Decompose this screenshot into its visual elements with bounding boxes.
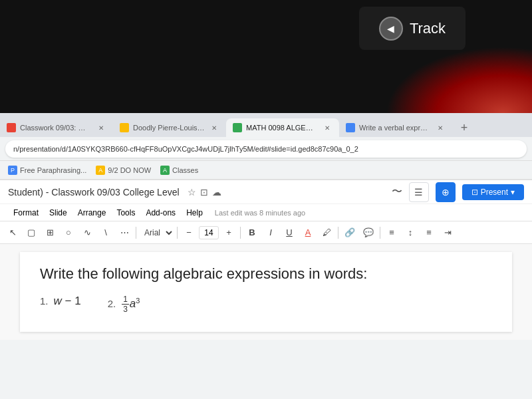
new-tab-button[interactable]: + — [455, 118, 473, 137]
underline-button[interactable]: U — [281, 224, 298, 241]
bold-button[interactable]: B — [243, 224, 261, 241]
cursor-tool[interactable]: ↖ — [4, 224, 21, 241]
menu-help[interactable]: Help — [181, 206, 208, 219]
browser-chrome: Classwork 09/03: Writing Exp... ✕ Doodly… — [0, 113, 532, 399]
format-toolbar: ↖ ▢ ⊞ ○ ∿ \ ⋯ Arial − + B I U A 🖊 🔗 💬 — [0, 221, 532, 244]
folder-icon[interactable]: ⊡ — [200, 187, 208, 198]
line-spacing-button[interactable]: ↕ — [402, 224, 419, 241]
variable-a: a — [130, 297, 136, 310]
cloud-icon[interactable]: ☁ — [212, 187, 221, 198]
tab-title-math: MATH 0098 ALGEBRAIC EXPR... — [246, 124, 318, 132]
tab-close-verbal[interactable]: ✕ — [435, 122, 446, 133]
present-label: Present — [481, 188, 508, 197]
comment-button[interactable]: 💬 — [360, 224, 377, 241]
tab-doodly[interactable]: Doodly Pierre-Louis (Student) ✕ — [113, 118, 226, 137]
list-button[interactable]: ≡ — [420, 224, 438, 241]
item-number-2: 2. — [108, 298, 116, 309]
tab-favicon-verbal — [346, 123, 355, 132]
tab-close-math[interactable]: ✕ — [322, 122, 332, 133]
bookmarks-bar: P Free Paraphrasing... A 9/2 DO NOW A Cl… — [0, 161, 532, 180]
align-button[interactable]: ≡ — [383, 224, 400, 241]
bookmark-paraphrasing[interactable]: P Free Paraphrasing... — [8, 166, 86, 175]
slide-canvas: Write the following algebraic expression… — [20, 252, 512, 332]
bookmark-classes[interactable]: A Classes — [160, 166, 198, 175]
bookmark-label-classes: Classes — [172, 166, 198, 174]
menu-slide[interactable]: Slide — [44, 206, 72, 219]
font-size-increase[interactable]: + — [220, 224, 237, 241]
top-area: ◀ Track — [0, 0, 532, 113]
tab-favicon-classwork — [7, 123, 16, 132]
slide-area: Write the following algebraic expression… — [0, 244, 532, 340]
layout-tool[interactable]: ⊞ — [41, 224, 59, 241]
slides-right-actions: 〜 ☰ ⊕ ⊡ Present ▾ — [392, 182, 524, 202]
tabs-bar: Classwork 09/03: Writing Exp... ✕ Doodly… — [0, 113, 532, 137]
analytics-icon[interactable]: 〜 — [392, 185, 402, 199]
fraction-numerator: 1 — [122, 295, 129, 305]
tab-classwork[interactable]: Classwork 09/03: Writing Exp... ✕ — [0, 118, 113, 137]
font-selector[interactable]: Arial — [139, 226, 174, 239]
exponent-3: 3 — [136, 297, 140, 305]
frame-tool[interactable]: ▢ — [23, 224, 40, 241]
track-back-icon: ◀ — [379, 17, 403, 41]
tab-title-verbal: Write a verbal expression for... — [359, 124, 431, 132]
item-expression-2: 1 3 a3 — [121, 295, 140, 315]
menu-addons[interactable]: Add-ons — [140, 206, 181, 219]
tab-favicon-doodly — [120, 123, 129, 132]
toolbar-sep-3 — [240, 227, 241, 239]
present-dropdown-icon: ▾ — [511, 188, 515, 197]
line-tool[interactable]: \ — [97, 224, 114, 241]
bookmark-icon-donow: A — [96, 166, 105, 175]
fraction-denominator: 3 — [122, 305, 129, 314]
more-tool[interactable]: ⋯ — [116, 224, 133, 241]
tab-title-classwork: Classwork 09/03: Writing Exp... — [20, 124, 92, 132]
slide-item-1: 1. w − 1 — [40, 295, 81, 308]
bookmark-donow[interactable]: A 9/2 DO NOW — [96, 166, 151, 175]
fraction-display: 1 3 — [122, 295, 129, 315]
menu-arrange[interactable]: Arrange — [72, 206, 112, 219]
share-button[interactable]: ⊕ — [436, 182, 456, 202]
bookmark-icon-paraphrasing: P — [8, 166, 17, 175]
text-color-button[interactable]: A — [299, 224, 317, 241]
slides-title: Student) - Classwork 09/03 College Level — [8, 187, 180, 198]
italic-button[interactable]: I — [262, 224, 279, 241]
toolbar-sep-5 — [380, 227, 380, 239]
tab-title-doodly: Doodly Pierre-Louis (Student) — [133, 124, 205, 132]
highlight-button[interactable]: 🖊 — [318, 224, 335, 241]
font-size-input[interactable] — [199, 226, 219, 239]
menu-tools[interactable]: Tools — [111, 206, 140, 219]
menu-row: Format Slide Arrange Tools Add-ons Help … — [0, 204, 532, 221]
tab-close-classwork[interactable]: ✕ — [96, 122, 106, 133]
toolbar-sep-4 — [338, 227, 338, 239]
font-size-decrease[interactable]: − — [180, 224, 198, 241]
red-decoration — [386, 47, 532, 113]
address-bar-row — [0, 137, 532, 161]
bookmark-icon-classes: A — [160, 166, 170, 175]
slide-heading: Write the following algebraic expression… — [40, 265, 492, 283]
address-input[interactable] — [5, 140, 527, 158]
slides-title-bar: Student) - Classwork 09/03 College Level… — [0, 180, 532, 204]
title-icons: ☆ ⊡ ☁ — [188, 187, 221, 198]
draw-tool[interactable]: ∿ — [78, 224, 96, 241]
menu-format[interactable]: Format — [8, 206, 44, 219]
toolbar-sep-1 — [136, 227, 136, 239]
item-expression-1: w − 1 — [54, 295, 81, 308]
present-icon: ⊡ — [471, 188, 478, 197]
tab-favicon-math — [233, 123, 242, 132]
link-button[interactable]: 🔗 — [341, 224, 358, 241]
shape-tool[interactable]: ○ — [60, 224, 77, 241]
last-edit: Last edit was 8 minutes ago — [215, 209, 305, 217]
comments-button[interactable]: ☰ — [409, 182, 429, 202]
track-button[interactable]: ◀ Track — [359, 7, 466, 50]
tab-math[interactable]: MATH 0098 ALGEBRAIC EXPR... ✕ — [226, 118, 339, 137]
slides-app: Student) - Classwork 09/03 College Level… — [0, 180, 532, 340]
indent-button[interactable]: ⇥ — [439, 224, 456, 241]
slide-item-2: 2. 1 3 a3 — [108, 295, 140, 315]
bookmark-label-donow: 9/2 DO NOW — [108, 166, 151, 174]
item-number-1: 1. — [40, 295, 49, 307]
present-button[interactable]: ⊡ Present ▾ — [462, 184, 524, 200]
star-icon[interactable]: ☆ — [188, 187, 196, 198]
bookmark-label-paraphrasing: Free Paraphrasing... — [20, 166, 86, 174]
toolbar-sep-2 — [177, 227, 178, 239]
tab-verbal[interactable]: Write a verbal expression for... ✕ — [339, 118, 452, 137]
tab-close-doodly[interactable]: ✕ — [209, 122, 219, 133]
